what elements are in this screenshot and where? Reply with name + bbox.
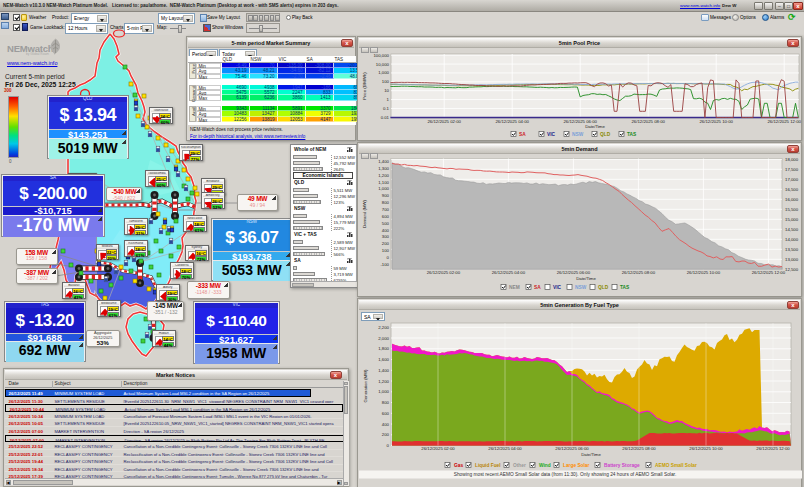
svg-text:Date/Time: Date/Time <box>585 124 605 129</box>
svg-text:800: 800 <box>382 200 390 205</box>
svg-text:Date/Time: Date/Time <box>576 276 596 281</box>
svg-text:12,500: 12,500 <box>785 267 799 272</box>
svg-text:26/12/2025 06:00: 26/12/2025 06:00 <box>557 270 591 275</box>
svg-text:Showing most recent AEMO Small: Showing most recent AEMO Small Solar dat… <box>454 472 677 477</box>
svg-text:Other: Other <box>513 463 526 468</box>
svg-text:2,200: 2,200 <box>378 325 389 330</box>
svg-text:0.01: 0.01 <box>381 115 390 120</box>
svg-text:15,500: 15,500 <box>785 207 799 212</box>
svg-text:VIC: VIC <box>547 132 556 137</box>
svg-text:26/12/2025 12:00: 26/12/2025 12:00 <box>752 270 786 275</box>
svg-text:600: 600 <box>382 411 390 416</box>
svg-text:Battery Storage: Battery Storage <box>604 463 640 468</box>
svg-text:200: 200 <box>382 241 390 246</box>
svg-text:26/12/2025 02:00: 26/12/2025 02:00 <box>427 270 461 275</box>
svg-text:18,000: 18,000 <box>785 157 799 162</box>
svg-text:800: 800 <box>382 400 390 405</box>
svg-text:SA: SA <box>519 132 526 137</box>
svg-text:100: 100 <box>382 79 390 84</box>
svg-text:Generation (MW): Generation (MW) <box>363 369 368 403</box>
svg-text:1: 1 <box>387 97 390 102</box>
svg-text:0.1: 0.1 <box>383 106 390 111</box>
svg-text:16,000: 16,000 <box>785 197 799 202</box>
svg-text:1,400: 1,400 <box>378 368 389 373</box>
svg-text:26/12/2025 04:00: 26/12/2025 04:00 <box>488 446 522 451</box>
svg-text:Price ($/MWh): Price ($/MWh) <box>362 72 367 100</box>
svg-text:VIC: VIC <box>553 285 562 290</box>
svg-text:TAS: TAS <box>620 285 630 290</box>
svg-text:900: 900 <box>382 193 390 198</box>
svg-text:NSW: NSW <box>575 285 587 290</box>
svg-text:1,100: 1,100 <box>378 180 389 185</box>
svg-text:0: 0 <box>387 255 390 260</box>
svg-text:Date/Time: Date/Time <box>581 452 601 457</box>
svg-text:16,500: 16,500 <box>785 187 799 192</box>
svg-text:14,000: 14,000 <box>785 237 799 242</box>
svg-text:26/12/2025 06:00: 26/12/2025 06:00 <box>555 446 589 451</box>
svg-text:26/12/2025 08:00: 26/12/2025 08:00 <box>622 446 656 451</box>
svg-text:1,000: 1,000 <box>378 389 389 394</box>
svg-text:Large Solar: Large Solar <box>563 463 590 468</box>
svg-text:AEMO Small Solar: AEMO Small Solar <box>655 463 697 468</box>
svg-text:700: 700 <box>382 207 390 212</box>
svg-text:10,000: 10,000 <box>376 62 390 67</box>
svg-text:26/12/2025 10:00: 26/12/2025 10:00 <box>687 270 721 275</box>
svg-text:26/12/2025 08:00: 26/12/2025 08:00 <box>622 270 656 275</box>
svg-text:26/12/2025 12:00: 26/12/2025 12:00 <box>767 119 801 124</box>
svg-text:Wind: Wind <box>539 463 551 468</box>
svg-text:26/12/2025 02:00: 26/12/2025 02:00 <box>427 119 461 124</box>
svg-text:500: 500 <box>382 221 390 226</box>
svg-text:1,200: 1,200 <box>378 173 389 178</box>
svg-text:26/12/2025 06:00: 26/12/2025 06:00 <box>563 119 597 124</box>
svg-text:100,000: 100,000 <box>373 53 389 58</box>
svg-text:10: 10 <box>384 88 389 93</box>
svg-text:200: 200 <box>382 432 390 437</box>
svg-text:NEM: NEM <box>509 285 520 290</box>
svg-text:Demand (MW): Demand (MW) <box>362 199 367 228</box>
svg-text:300: 300 <box>382 234 390 239</box>
svg-text:17,000: 17,000 <box>785 177 799 182</box>
svg-text:1,400: 1,400 <box>378 159 389 164</box>
svg-text:26/12/2025 12:00: 26/12/2025 12:00 <box>756 446 790 451</box>
svg-text:100: 100 <box>382 248 390 253</box>
svg-text:26/12/2025 10:00: 26/12/2025 10:00 <box>689 446 723 451</box>
svg-text:400: 400 <box>382 422 390 427</box>
svg-text:26/12/2025 04:00: 26/12/2025 04:00 <box>492 270 526 275</box>
svg-text:400: 400 <box>382 228 390 233</box>
svg-text:15,000: 15,000 <box>785 217 799 222</box>
svg-text:Liquid Fuel: Liquid Fuel <box>475 463 501 468</box>
svg-text:SA: SA <box>534 285 541 290</box>
svg-text:QLD: QLD <box>598 285 609 290</box>
svg-text:17,500: 17,500 <box>785 167 799 172</box>
svg-text:26/12/2025 08:00: 26/12/2025 08:00 <box>631 119 665 124</box>
svg-text:26/12/2025 02:00: 26/12/2025 02:00 <box>421 446 455 451</box>
svg-text:26/12/2025 10:00: 26/12/2025 10:00 <box>699 119 733 124</box>
svg-text:1,600: 1,600 <box>378 357 389 362</box>
svg-text:14,500: 14,500 <box>785 227 799 232</box>
svg-text:13,000: 13,000 <box>785 257 799 262</box>
svg-text:TAS: TAS <box>627 132 637 137</box>
svg-text:QLD: QLD <box>600 132 611 137</box>
svg-text:26/12/2025 04:00: 26/12/2025 04:00 <box>495 119 529 124</box>
svg-text:1,300: 1,300 <box>378 166 389 171</box>
svg-text:1,200: 1,200 <box>378 379 389 384</box>
svg-text:Gas: Gas <box>454 463 463 468</box>
svg-text:1,000: 1,000 <box>378 186 389 191</box>
svg-text:1,800: 1,800 <box>378 346 389 351</box>
svg-text:NSW: NSW <box>572 132 584 137</box>
svg-text:-100: -100 <box>380 262 389 267</box>
svg-text:1,000: 1,000 <box>378 70 389 75</box>
svg-text:13,500: 13,500 <box>785 247 799 252</box>
svg-text:600: 600 <box>382 214 390 219</box>
svg-text:2,000: 2,000 <box>378 336 389 341</box>
svg-text:0: 0 <box>387 443 390 448</box>
